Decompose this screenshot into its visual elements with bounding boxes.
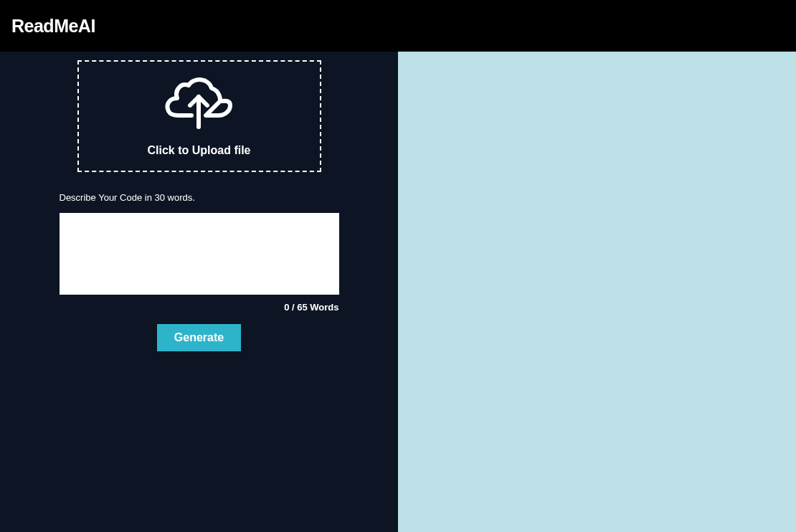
describe-label: Describe Your Code in 30 words. xyxy=(60,192,339,203)
main-content: Click to Upload file Describe Your Code … xyxy=(0,52,796,532)
file-upload-dropzone[interactable]: Click to Upload file xyxy=(77,60,321,172)
describe-input[interactable] xyxy=(60,213,339,295)
left-pane: Click to Upload file Describe Your Code … xyxy=(0,52,398,532)
header: ReadMeAI xyxy=(0,0,796,52)
cloud-upload-icon xyxy=(161,75,237,133)
upload-prompt-text: Click to Upload file xyxy=(147,144,250,157)
word-count: 0 / 65 Words xyxy=(60,302,339,313)
output-pane xyxy=(398,52,796,532)
generate-button[interactable]: Generate xyxy=(157,324,241,351)
app-logo: ReadMeAI xyxy=(11,16,95,37)
describe-form: Describe Your Code in 30 words. 0 / 65 W… xyxy=(60,192,339,351)
